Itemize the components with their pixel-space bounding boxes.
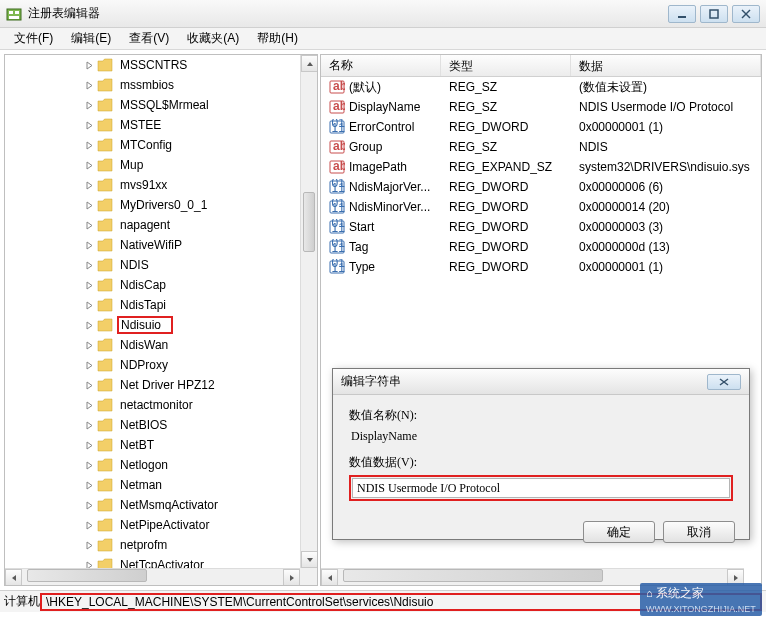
tree-item[interactable]: netprofm (5, 535, 317, 555)
expander-icon[interactable] (83, 239, 95, 251)
scroll-right-icon[interactable] (283, 569, 300, 586)
tree-item[interactable]: NetBT (5, 435, 317, 455)
list-body: ab(默认)REG_SZ(数值未设置)abDisplayNameREG_SZND… (321, 77, 761, 277)
tree-item[interactable]: MSTEE (5, 115, 317, 135)
tree-item[interactable]: Mup (5, 155, 317, 175)
expander-icon[interactable] (83, 359, 95, 371)
list-header: 名称 类型 数据 (321, 55, 761, 77)
cell-data: 0x00000003 (3) (571, 220, 761, 234)
list-row[interactable]: ab(默认)REG_SZ(数值未设置) (321, 77, 761, 97)
expander-icon[interactable] (83, 519, 95, 531)
list-row[interactable]: 011110ErrorControlREG_DWORD0x00000001 (1… (321, 117, 761, 137)
minimize-button[interactable] (668, 5, 696, 23)
tree-content[interactable]: MSSCNTRSmssmbiosMSSQL$MrmealMSTEEMTConfi… (5, 55, 317, 585)
tree-item[interactable]: MSSQL$Mrmeal (5, 95, 317, 115)
tree-item[interactable]: Net Driver HPZ12 (5, 375, 317, 395)
menu-view[interactable]: 查看(V) (121, 28, 177, 49)
menu-favorites[interactable]: 收藏夹(A) (179, 28, 247, 49)
list-row[interactable]: 011110NdisMajorVer...REG_DWORD0x00000006… (321, 177, 761, 197)
expander-icon[interactable] (83, 319, 95, 331)
value-data-input[interactable] (352, 478, 730, 498)
expander-icon[interactable] (83, 539, 95, 551)
tree-item[interactable]: mvs91xx (5, 175, 317, 195)
tree-item[interactable]: Ndisuio (5, 315, 317, 335)
list-row[interactable]: 011110TagREG_DWORD0x0000000d (13) (321, 237, 761, 257)
tree-item[interactable]: netactmonitor (5, 395, 317, 415)
list-row[interactable]: 011110NdisMinorVer...REG_DWORD0x00000014… (321, 197, 761, 217)
list-row[interactable]: abImagePathREG_EXPAND_SZsystem32\DRIVERS… (321, 157, 761, 177)
status-prefix: 计算机 (4, 593, 40, 610)
tree-item[interactable]: mssmbios (5, 75, 317, 95)
expander-icon[interactable] (83, 259, 95, 271)
expander-icon[interactable] (83, 439, 95, 451)
expander-icon[interactable] (83, 179, 95, 191)
tree-item[interactable]: MyDrivers0_0_1 (5, 195, 317, 215)
tree-item[interactable]: NDIS (5, 255, 317, 275)
expander-icon[interactable] (83, 419, 95, 431)
list-row[interactable]: 011110StartREG_DWORD0x00000003 (3) (321, 217, 761, 237)
tree-item[interactable]: NetPipeActivator (5, 515, 317, 535)
expander-icon[interactable] (83, 379, 95, 391)
scroll-left-icon[interactable] (5, 569, 22, 586)
scroll-right-icon[interactable] (727, 569, 744, 586)
close-button[interactable] (732, 5, 760, 23)
col-data[interactable]: 数据 (571, 55, 761, 76)
tree-item[interactable]: Netlogon (5, 455, 317, 475)
tree-item-label: netprofm (117, 537, 170, 553)
expander-icon[interactable] (83, 339, 95, 351)
menu-edit[interactable]: 编辑(E) (63, 28, 119, 49)
cell-name: 011110ErrorControl (321, 119, 441, 135)
tree-item[interactable]: NetMsmqActivator (5, 495, 317, 515)
scroll-down-icon[interactable] (301, 551, 318, 568)
expander-icon[interactable] (83, 219, 95, 231)
list-row[interactable]: abDisplayNameREG_SZNDIS Usermode I/O Pro… (321, 97, 761, 117)
menu-file[interactable]: 文件(F) (6, 28, 61, 49)
cell-type: REG_SZ (441, 140, 571, 154)
tree-vscroll[interactable] (300, 55, 317, 568)
expander-icon[interactable] (83, 199, 95, 211)
tree-item[interactable]: MTConfig (5, 135, 317, 155)
expander-icon[interactable] (83, 119, 95, 131)
maximize-button[interactable] (700, 5, 728, 23)
scroll-left-icon[interactable] (321, 569, 338, 586)
tree-item-label: NdisTapi (117, 297, 169, 313)
scroll-up-icon[interactable] (301, 55, 318, 72)
list-row[interactable]: abGroupREG_SZNDIS (321, 137, 761, 157)
edit-string-dialog: 编辑字符串 数值名称(N): DisplayName 数值数据(V): 确定 取… (332, 368, 750, 540)
cancel-button[interactable]: 取消 (663, 521, 735, 543)
tree-item[interactable]: NetBIOS (5, 415, 317, 435)
tree-item[interactable]: NativeWifiP (5, 235, 317, 255)
list-row[interactable]: 011110TypeREG_DWORD0x00000001 (1) (321, 257, 761, 277)
expander-icon[interactable] (83, 59, 95, 71)
tree-item[interactable]: NDProxy (5, 355, 317, 375)
expander-icon[interactable] (83, 299, 95, 311)
expander-icon[interactable] (83, 399, 95, 411)
app-icon (6, 6, 22, 22)
col-type[interactable]: 类型 (441, 55, 571, 76)
expander-icon[interactable] (83, 79, 95, 91)
expander-icon[interactable] (83, 279, 95, 291)
tree-item-label: Netman (117, 477, 165, 493)
expander-icon[interactable] (83, 99, 95, 111)
col-name[interactable]: 名称 (321, 55, 441, 76)
scroll-thumb[interactable] (343, 569, 603, 582)
tree-item[interactable]: Netman (5, 475, 317, 495)
dialog-titlebar[interactable]: 编辑字符串 (333, 369, 749, 395)
menu-help[interactable]: 帮助(H) (249, 28, 306, 49)
expander-icon[interactable] (83, 499, 95, 511)
expander-icon[interactable] (83, 159, 95, 171)
tree-hscroll[interactable] (5, 568, 300, 585)
tree-item[interactable]: NdisCap (5, 275, 317, 295)
expander-icon[interactable] (83, 139, 95, 151)
ok-button[interactable]: 确定 (583, 521, 655, 543)
scroll-thumb[interactable] (303, 192, 315, 252)
tree-item[interactable]: NdisWan (5, 335, 317, 355)
expander-icon[interactable] (83, 479, 95, 491)
list-hscroll[interactable] (321, 568, 744, 585)
tree-item[interactable]: napagent (5, 215, 317, 235)
dialog-close-button[interactable] (707, 374, 741, 390)
expander-icon[interactable] (83, 459, 95, 471)
tree-item[interactable]: NdisTapi (5, 295, 317, 315)
tree-item[interactable]: MSSCNTRS (5, 55, 317, 75)
scroll-thumb[interactable] (27, 569, 147, 582)
